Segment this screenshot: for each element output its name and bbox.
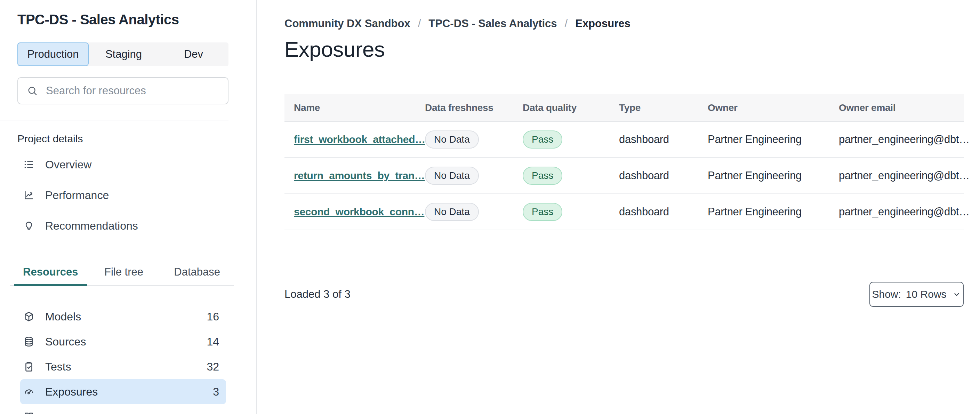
breadcrumb-separator: / (418, 18, 421, 30)
owner-email-cell: partner_engineering@dbt… (839, 169, 970, 182)
type-cell: dashboard (619, 205, 708, 218)
breadcrumb-project[interactable]: TPC-DS - Sales Analytics (428, 18, 557, 30)
sidebar-item-exposures[interactable]: Exposures 3 (20, 379, 226, 404)
search-input[interactable] (46, 84, 220, 97)
tab-database[interactable]: Database (160, 260, 234, 286)
grid-icon (23, 411, 35, 414)
project-details-label: Project details (18, 133, 83, 145)
type-cell: dashboard (619, 133, 708, 146)
column-header-name: Name (294, 102, 425, 113)
sidebar-item-label: Recommendations (45, 220, 138, 232)
gauge-icon (23, 386, 35, 398)
page-title: Exposures (285, 37, 385, 62)
exposure-name-link[interactable]: return_amounts_by_tran… (294, 170, 425, 181)
freshness-badge: No Data (425, 203, 479, 221)
env-tab-dev[interactable]: Dev (159, 43, 229, 66)
quality-badge: Pass (523, 167, 562, 185)
resource-count: 32 (207, 360, 219, 373)
chevron-down-icon (952, 290, 961, 299)
owner-cell: Partner Engineering (708, 169, 839, 182)
sidebar-item-label: Models (45, 310, 81, 323)
resource-count: 3 (213, 385, 219, 398)
sidebar-item-label: Performance (45, 189, 109, 202)
sidebar-item-performance[interactable]: Performance (0, 180, 229, 210)
rows-per-page-dropdown[interactable]: Show: 10 Rows (869, 282, 964, 307)
search-icon (26, 85, 38, 97)
freshness-badge: No Data (425, 167, 479, 185)
package-icon (23, 310, 35, 323)
view-tabs: Resources File tree Database (14, 260, 234, 286)
env-tab-production[interactable]: Production (18, 43, 89, 66)
tab-resources[interactable]: Resources (14, 260, 87, 286)
sidebar-item-sources[interactable]: Sources 14 (20, 329, 226, 354)
show-label: Show: (872, 288, 901, 300)
exposures-table: Name Data freshness Data quality Type Ow… (285, 94, 964, 230)
show-value: 10 Rows (906, 288, 947, 300)
owner-cell: Partner Engineering (708, 205, 839, 218)
sidebar-item-partial[interactable] (20, 404, 226, 414)
table-row: second_workbook_conn… No Data Pass dashb… (285, 194, 964, 230)
sidebar-item-label: Tests (45, 360, 71, 373)
sidebar-divider (0, 120, 229, 120)
project-title: TPC-DS - Sales Analytics (18, 12, 179, 27)
resource-count: 14 (207, 335, 219, 348)
breadcrumb-separator: / (565, 18, 568, 30)
column-header-data-quality: Data quality (523, 102, 619, 113)
column-header-owner: Owner (708, 102, 839, 113)
column-header-data-freshness: Data freshness (425, 102, 523, 113)
owner-email-cell: partner_engineering@dbt… (839, 133, 970, 146)
table-row: return_amounts_by_tran… No Data Pass das… (285, 158, 964, 194)
freshness-badge: No Data (425, 131, 479, 148)
chart-line-icon (23, 189, 35, 201)
sidebar-item-overview[interactable]: Overview (0, 149, 229, 180)
breadcrumb-account[interactable]: Community DX Sandbox (285, 18, 410, 30)
clipboard-check-icon (23, 361, 35, 373)
breadcrumb: Community DX Sandbox / TPC-DS - Sales An… (285, 18, 630, 30)
exposure-name-link[interactable]: first_workbook_attached… (294, 134, 425, 145)
type-cell: dashboard (619, 169, 708, 182)
breadcrumb-current: Exposures (575, 18, 630, 30)
resource-search[interactable] (18, 77, 229, 104)
table-row: first_workbook_attached… No Data Pass da… (285, 122, 964, 158)
sidebar-item-tests[interactable]: Tests 32 (20, 354, 226, 379)
sidebar-item-label: Overview (45, 158, 91, 171)
table-header-row: Name Data freshness Data quality Type Ow… (285, 94, 964, 122)
env-tab-staging[interactable]: Staging (89, 43, 159, 66)
list-icon (23, 159, 35, 170)
sidebar-main-divider (256, 0, 257, 414)
owner-cell: Partner Engineering (708, 133, 839, 146)
sidebar-item-label: Exposures (45, 385, 98, 398)
quality-badge: Pass (523, 131, 562, 148)
column-header-owner-email: Owner email (839, 102, 964, 113)
lightbulb-icon (23, 220, 35, 232)
database-icon (23, 336, 35, 347)
sidebar: TPC-DS - Sales Analytics Production Stag… (0, 0, 256, 414)
tab-file-tree[interactable]: File tree (87, 260, 161, 286)
loaded-status: Loaded 3 of 3 (285, 288, 350, 301)
project-details-nav: Overview Performance Recommendations (0, 149, 229, 241)
sidebar-item-models[interactable]: Models 16 (20, 304, 226, 329)
column-header-type: Type (619, 102, 708, 113)
resource-list: Models 16 Sources 14 (0, 304, 234, 414)
quality-badge: Pass (523, 203, 562, 221)
exposure-name-link[interactable]: second_workbook_conn… (294, 206, 424, 217)
sidebar-item-label: Sources (45, 335, 86, 348)
sidebar-item-recommendations[interactable]: Recommendations (0, 210, 229, 241)
environment-tabs: Production Staging Dev (18, 43, 229, 66)
owner-email-cell: partner_engineering@dbt… (839, 205, 970, 218)
resource-count: 16 (207, 310, 219, 323)
